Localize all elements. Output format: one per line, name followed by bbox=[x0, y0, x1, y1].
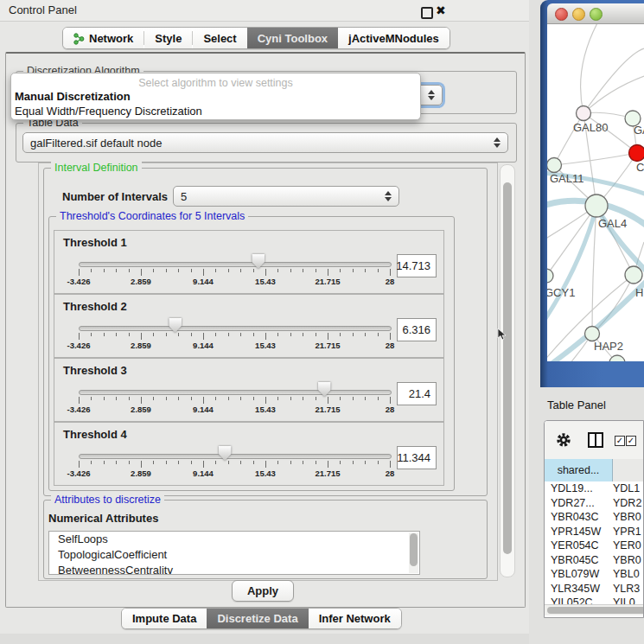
settings-vertical-scrollbar[interactable] bbox=[500, 164, 515, 577]
table-row[interactable]: YBR043CYBR0 bbox=[545, 510, 644, 525]
node-gal11[interactable] bbox=[547, 158, 562, 173]
threshold-1-value-field[interactable]: 14.713 bbox=[397, 254, 437, 277]
table-row[interactable]: YPR145WYPR1 bbox=[545, 525, 644, 539]
list-item[interactable]: TopologicalCoefficient bbox=[49, 547, 419, 563]
tab-discretize-data[interactable]: Discretize Data bbox=[207, 609, 308, 628]
numerical-attributes-label: Numerical Attributes bbox=[48, 512, 158, 525]
threshold-4-row: Threshold 4 -3.426 2.859 9.144 15.43 21.… bbox=[54, 422, 444, 486]
table-row[interactable]: YBR045CYBR0 bbox=[545, 553, 644, 568]
list-scrollbar-thumb[interactable] bbox=[410, 533, 418, 566]
mouse-cursor bbox=[497, 328, 507, 341]
threshold-2-label: Threshold 2 bbox=[63, 300, 127, 313]
table-row[interactable]: YBL079WYBL0 bbox=[545, 567, 644, 582]
threshold-3-slider-thumb[interactable] bbox=[318, 382, 331, 397]
node-label-gal80: GAL80 bbox=[573, 121, 608, 134]
network-graph: GAL80 GA C GAL11 GAL4 GCY1 H HAP2 bbox=[547, 24, 644, 361]
bottom-tabbar: Impute Data Discretize Data Infer Networ… bbox=[121, 608, 402, 629]
tab-cyni-toolbox[interactable]: Cyni Toolbox bbox=[247, 28, 338, 48]
threshold-2-row: Threshold 2 -3.426 2.859 9.144 15.43 21.… bbox=[54, 294, 444, 358]
float-panel-icon[interactable] bbox=[421, 7, 433, 19]
number-of-intervals-combobox[interactable]: 5 bbox=[173, 186, 399, 207]
tab-select[interactable]: Select bbox=[193, 28, 246, 48]
table-row[interactable]: YIL052CYIL0 bbox=[545, 596, 644, 604]
table-row[interactable]: YER054CYER0 bbox=[545, 539, 644, 553]
node-gal80[interactable] bbox=[577, 106, 591, 121]
node-label-gal11: GAL11 bbox=[550, 172, 584, 185]
control-panel-tabbar: Network Style Select Cyni Toolbox jActiv… bbox=[62, 27, 450, 49]
table-body[interactable]: YDL19...YDL1 YDR27...YDR2 YBR043CYBR0 YP… bbox=[545, 481, 644, 604]
gear-icon[interactable] bbox=[555, 431, 572, 449]
node-gcy1[interactable] bbox=[547, 269, 553, 283]
interval-definition-title: Interval Definition bbox=[51, 162, 142, 174]
threshold-3-label: Threshold 3 bbox=[63, 364, 127, 377]
threshold-4-slider-track[interactable] bbox=[79, 454, 392, 459]
threshold-3-slider-track[interactable] bbox=[79, 390, 392, 395]
threshold-3-value-field[interactable]: 21.4 bbox=[397, 382, 437, 405]
threshold-2-slider-thumb[interactable] bbox=[169, 318, 182, 333]
minimize-window-icon[interactable] bbox=[572, 8, 585, 21]
combo-stepper-icon bbox=[428, 90, 435, 100]
threshold-4-label: Threshold 4 bbox=[63, 428, 127, 441]
table-row[interactable]: YDR27...YDR2 bbox=[545, 496, 644, 511]
table-row[interactable]: YLR345WYLR3 bbox=[545, 582, 644, 596]
node-bottom-partial[interactable] bbox=[609, 355, 625, 361]
threshold-4-value-field[interactable]: 11.344 bbox=[397, 446, 437, 469]
apply-button[interactable]: Apply bbox=[232, 580, 294, 602]
node-label-hap2: HAP2 bbox=[594, 340, 623, 353]
network-window-titlebar[interactable] bbox=[547, 3, 644, 24]
node-label-h: H bbox=[635, 286, 643, 299]
tab-jactivemnodules[interactable]: jActiveMNodules bbox=[338, 28, 450, 48]
scrollbar-thumb[interactable] bbox=[503, 182, 512, 554]
network-canvas[interactable]: GAL80 GA C GAL11 GAL4 GCY1 H HAP2 bbox=[547, 24, 644, 361]
combo-stepper-icon bbox=[494, 137, 501, 148]
node-label-c: C bbox=[636, 161, 644, 174]
table-panel-title: Table Panel bbox=[547, 399, 606, 411]
numerical-attributes-list[interactable]: SelfLoops TopologicalCoefficient Between… bbox=[48, 531, 420, 575]
tab-style[interactable]: Style bbox=[144, 28, 192, 48]
panel-title: Control Panel bbox=[9, 3, 77, 16]
checkbox-icon[interactable]: ✓ bbox=[615, 436, 625, 446]
table-horizontal-scrollbar[interactable] bbox=[545, 604, 644, 615]
node-h[interactable] bbox=[625, 266, 642, 284]
list-item[interactable]: SelfLoops bbox=[49, 532, 419, 547]
column-layout-icon[interactable] bbox=[588, 432, 603, 448]
threshold-4-slider-thumb[interactable] bbox=[219, 446, 232, 461]
control-panel-window: Control Panel ✖ Network Style Select Cyn… bbox=[0, 0, 530, 634]
node-red-selected[interactable] bbox=[629, 145, 644, 162]
algorithm-dropdown-popup: Select algorithm to view settings Manual… bbox=[10, 73, 421, 120]
checkbox-icon[interactable]: ✓ bbox=[626, 436, 636, 446]
control-panel-titlebar: Control Panel ✖ bbox=[0, 0, 529, 22]
combo-stepper-icon bbox=[385, 191, 392, 201]
intervals-value: 5 bbox=[181, 190, 187, 203]
threshold-1-slider-track[interactable] bbox=[79, 262, 392, 267]
node-label-gal4: GAL4 bbox=[598, 217, 627, 230]
dropdown-option-equal-width[interactable]: Equal Width/Frequency Discretization bbox=[11, 104, 420, 118]
table-row[interactable]: YDL19...YDL1 bbox=[545, 481, 644, 496]
zoom-window-icon[interactable] bbox=[590, 8, 603, 21]
dropdown-option-manual[interactable]: Manual Discretization bbox=[11, 89, 420, 104]
node-gal4[interactable] bbox=[585, 194, 608, 217]
threshold-2-value-field[interactable]: 6.316 bbox=[397, 318, 437, 341]
thresholds-group-title: Threshold's Coordinates for 5 Intervals bbox=[56, 210, 248, 222]
threshold-1-slider-thumb[interactable] bbox=[252, 254, 265, 269]
tab-infer-network[interactable]: Infer Network bbox=[309, 609, 401, 628]
table-data-combobox[interactable]: galFiltered.sif default node bbox=[22, 132, 508, 153]
threshold-3-row: Threshold 3 -3.426 2.859 9.144 15.43 21.… bbox=[54, 358, 444, 422]
table-data-value: galFiltered.sif default node bbox=[30, 137, 162, 150]
close-window-icon[interactable] bbox=[555, 8, 568, 21]
node-hap2[interactable] bbox=[585, 327, 600, 341]
column-header-name[interactable]: na bbox=[613, 459, 644, 481]
hscrollbar-thumb[interactable] bbox=[547, 607, 644, 614]
tab-network[interactable]: Network bbox=[63, 28, 143, 48]
column-header-shared[interactable]: shared... bbox=[545, 459, 613, 481]
tab-impute-data[interactable]: Impute Data bbox=[122, 609, 207, 628]
network-icon bbox=[73, 32, 85, 45]
list-scrollbar[interactable] bbox=[409, 532, 418, 573]
node-label-gcy1: GCY1 bbox=[547, 286, 575, 299]
close-panel-icon[interactable]: ✖ bbox=[436, 3, 446, 17]
threshold-2-slider-track[interactable] bbox=[79, 326, 392, 331]
tab-network-label: Network bbox=[89, 32, 133, 45]
threshold-1-label: Threshold 1 bbox=[63, 236, 127, 249]
list-item[interactable]: BetweennessCentrality bbox=[49, 563, 419, 575]
table-panel-window: ✓ ✓ shared... na YDL19...YDL1 YDR27...YD… bbox=[544, 420, 644, 618]
